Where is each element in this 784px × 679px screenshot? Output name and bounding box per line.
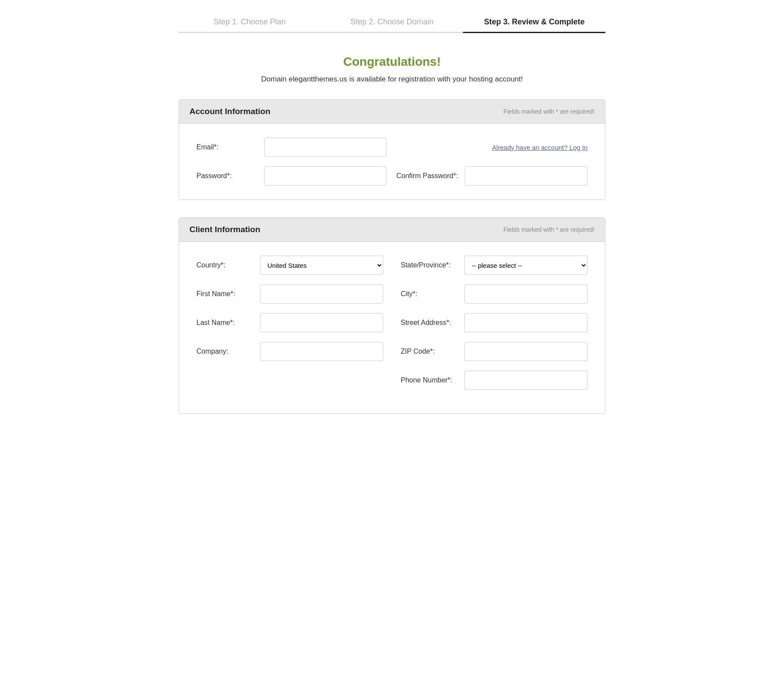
zip-group: ZIP Code*: bbox=[401, 342, 588, 361]
congrats-subtitle: Domain elegantthemes.us is available for… bbox=[179, 75, 605, 84]
step-2-label: Step 2. Choose Domain bbox=[350, 17, 433, 26]
phone-label: Phone Number*: bbox=[401, 376, 457, 384]
account-info-required-note: Fields marked with * are required! bbox=[504, 108, 595, 115]
confirm-password-input[interactable] bbox=[465, 166, 588, 186]
zip-input[interactable] bbox=[464, 342, 588, 361]
client-info-header: Client Information Fields marked with * … bbox=[179, 218, 605, 241]
congrats-title: Congratulations! bbox=[179, 55, 605, 69]
state-select[interactable]: -- please select -- bbox=[464, 256, 588, 275]
step-3-label: Step 3. Review & Complete bbox=[484, 17, 585, 26]
step-3[interactable]: Step 3. Review & Complete bbox=[463, 17, 605, 33]
street-input[interactable] bbox=[464, 313, 588, 332]
step-2[interactable]: Step 2. Choose Domain bbox=[321, 17, 463, 33]
state-label: State/Province*: bbox=[401, 261, 457, 269]
email-label: Email*: bbox=[196, 143, 257, 151]
client-country-row: Country*: United States State/Province*:… bbox=[196, 256, 588, 275]
client-info-required-note: Fields marked with * are required! bbox=[504, 226, 595, 233]
client-info-body: Country*: United States State/Province*:… bbox=[179, 241, 605, 413]
lastname-label: Last Name*: bbox=[196, 319, 253, 327]
street-label: Street Address*: bbox=[401, 319, 457, 327]
street-group: Street Address*: bbox=[401, 313, 588, 332]
steps-bar: Step 1. Choose Plan Step 2. Choose Domai… bbox=[179, 17, 605, 33]
city-input[interactable] bbox=[464, 284, 588, 304]
client-info-card: Client Information Fields marked with * … bbox=[179, 217, 605, 414]
firstname-input[interactable] bbox=[260, 284, 383, 304]
client-lastname-row: Last Name*: Street Address*: bbox=[196, 313, 588, 332]
zip-label: ZIP Code*: bbox=[401, 348, 457, 355]
phone-input[interactable] bbox=[464, 371, 588, 390]
country-label: Country*: bbox=[196, 261, 253, 269]
lastname-group: Last Name*: bbox=[196, 313, 383, 332]
firstname-label: First Name*: bbox=[196, 290, 253, 298]
step-1-label: Step 1. Choose Plan bbox=[214, 17, 286, 26]
account-info-card: Account Information Fields marked with *… bbox=[179, 99, 605, 200]
country-group: Country*: United States bbox=[196, 256, 383, 275]
client-company-row: Company: ZIP Code*: bbox=[196, 342, 588, 361]
step-1[interactable]: Step 1. Choose Plan bbox=[179, 17, 321, 33]
company-label: Company: bbox=[196, 348, 253, 355]
country-select[interactable]: United States bbox=[260, 256, 383, 275]
company-group: Company: bbox=[196, 342, 383, 361]
email-input[interactable] bbox=[264, 138, 386, 157]
login-link[interactable]: Already have an account? Log In bbox=[492, 144, 588, 151]
city-label: City*: bbox=[401, 290, 457, 298]
client-firstname-row: First Name*: City*: bbox=[196, 284, 588, 304]
client-info-title: Client Information bbox=[189, 225, 260, 234]
city-group: City*: bbox=[401, 284, 588, 304]
congrats-section: Congratulations! Domain elegantthemes.us… bbox=[179, 55, 605, 84]
lastname-input[interactable] bbox=[260, 313, 383, 332]
phone-group: Phone Number*: bbox=[401, 371, 588, 390]
account-info-header: Account Information Fields marked with *… bbox=[179, 100, 605, 123]
confirm-password-label: Confirm Password*: bbox=[396, 172, 458, 180]
password-input[interactable] bbox=[264, 166, 386, 186]
password-label: Password*: bbox=[196, 172, 257, 180]
account-password-row: Password*: Confirm Password*: bbox=[196, 166, 588, 186]
account-email-row: Email*: Already have an account? Log In bbox=[196, 138, 588, 157]
firstname-group: First Name*: bbox=[196, 284, 383, 304]
client-phone-row: Phone Number*: bbox=[196, 371, 588, 390]
account-info-body: Email*: Already have an account? Log In … bbox=[179, 123, 605, 199]
company-input[interactable] bbox=[260, 342, 383, 361]
account-info-title: Account Information bbox=[189, 107, 270, 116]
state-group: State/Province*: -- please select -- bbox=[401, 256, 588, 275]
